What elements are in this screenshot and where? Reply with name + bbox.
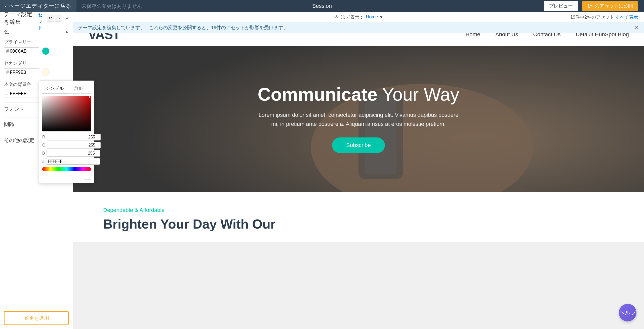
- assets-count: 19件中2件のアセット すべて表示: [570, 14, 638, 20]
- below-hero: Dependable & Affordable Brighten Your Da…: [73, 192, 644, 242]
- main-content: VAST Home About Us Contact Us Default Hu…: [73, 23, 644, 329]
- primary-hash: #: [6, 49, 9, 54]
- preview-button[interactable]: プレビュー: [544, 1, 578, 11]
- other-settings-label: その他の設定: [4, 137, 34, 144]
- gradient-cursor: [89, 96, 91, 98]
- primary-color-input[interactable]: [10, 49, 32, 54]
- hero-title-light: Your Way: [377, 84, 459, 104]
- view-indicator: 👁 次で表示： Home ▾: [335, 14, 382, 20]
- back-button[interactable]: ‹ ページエディターに戻る: [0, 0, 76, 12]
- r-channel-row: R: [42, 134, 91, 140]
- body-bg-hash-wrap: #: [4, 90, 39, 97]
- top-bar-right: プレビュー 1件のアセットに公開: [544, 1, 644, 11]
- color-section-header: 色 ▲: [4, 28, 69, 35]
- secondary-color-field: セカンダリー #: [4, 60, 69, 76]
- subscribe-button[interactable]: Subscribe: [332, 137, 385, 153]
- color-section-chevron[interactable]: ▲: [65, 29, 69, 34]
- hex-row: #: [42, 158, 91, 165]
- notif-message: テーマ設定を編集しています。: [78, 24, 145, 31]
- hero-section: Communicate Your Way Lorem ipsum dolor s…: [73, 46, 644, 192]
- help-button-label: ヘルプ: [619, 309, 636, 316]
- picker-tabs: シンプル 詳細: [42, 84, 91, 94]
- secondary-hash-wrap: #: [4, 68, 39, 76]
- hero-subtitle: Lorem ipsum dolor sit amet, consectetur …: [255, 111, 462, 128]
- below-hero-title: Brighten Your Day With Our: [103, 216, 569, 232]
- b-label: B: [42, 151, 45, 156]
- tab-advanced[interactable]: 詳細: [67, 84, 91, 93]
- back-arrow-icon: ‹: [5, 4, 7, 9]
- home-link[interactable]: Home: [366, 14, 378, 20]
- hero-title: Communicate Your Way: [255, 85, 462, 104]
- sidebar-header: テーマ設定を編集 リセット ↩ ↪ «: [0, 12, 73, 24]
- tab-simple[interactable]: シンプル: [42, 84, 67, 93]
- publish-button[interactable]: 1件のアセットに公開: [582, 1, 638, 11]
- session-title: Session: [312, 3, 332, 9]
- b-channel-row: B: [42, 150, 91, 157]
- secondary-color-swatch[interactable]: [42, 68, 50, 76]
- secondary-color-control: #: [4, 68, 69, 76]
- body-bg-color-input[interactable]: [10, 91, 32, 96]
- color-gradient-picker[interactable]: [42, 96, 91, 131]
- primary-color-field: プライマリー #: [4, 39, 69, 55]
- b-input[interactable]: [47, 150, 100, 157]
- below-hero-subtitle: Dependable & Affordable: [103, 207, 569, 213]
- r-label: R: [42, 135, 45, 139]
- g-label: G: [42, 143, 45, 148]
- color-picker-popup: シンプル 詳細 R G B #: [39, 81, 94, 183]
- unsaved-status: 未保存の変更はありません: [82, 3, 142, 10]
- undo-button[interactable]: ↩: [47, 15, 54, 22]
- top-bar: ‹ ページエディターに戻る 未保存の変更はありません Session プレビュー…: [0, 0, 644, 12]
- secondary-hash: #: [6, 70, 9, 75]
- eye-icon: 👁: [335, 14, 339, 20]
- collapse-button[interactable]: «: [66, 15, 69, 21]
- redo-button[interactable]: ↪: [55, 15, 62, 22]
- r-input[interactable]: [47, 134, 101, 140]
- primary-color-control: #: [4, 47, 69, 55]
- spectrum-bar[interactable]: [42, 167, 91, 171]
- notif-detail: これらの変更を公開すると、19件のアセットが影響を受けます。: [149, 24, 288, 31]
- hero-content: Communicate Your Way Lorem ipsum dolor s…: [245, 85, 472, 153]
- hero-title-bold: Communicate: [258, 84, 377, 104]
- hex-input[interactable]: [46, 158, 100, 165]
- body-bg-hash: #: [6, 91, 9, 96]
- secondary-color-input[interactable]: [10, 70, 32, 75]
- font-section-label: フォント: [4, 106, 24, 113]
- undo-redo-group: ↩ ↪: [47, 15, 62, 22]
- apply-button[interactable]: 変更を適用: [4, 311, 69, 325]
- white-swatch[interactable]: [84, 173, 91, 180]
- g-channel-row: G: [42, 142, 91, 149]
- primary-hash-wrap: #: [4, 47, 39, 55]
- spacing-section-label: 間隔: [4, 121, 14, 128]
- hex-label: #: [42, 159, 45, 164]
- secondary-color-label: セカンダリー: [4, 60, 69, 66]
- primary-color-label: プライマリー: [4, 39, 69, 45]
- color-section-label: 色: [4, 28, 9, 35]
- g-input[interactable]: [47, 142, 101, 149]
- sub-bar: 👁 次で表示： Home ▾ 19件中2件のアセット すべて表示: [73, 12, 644, 22]
- primary-color-swatch[interactable]: [42, 47, 50, 55]
- show-all-link[interactable]: すべて表示: [615, 15, 638, 20]
- notif-close-button[interactable]: ✕: [634, 24, 639, 31]
- help-button[interactable]: ヘルプ: [619, 304, 636, 321]
- sidebar-title: テーマ設定を編集: [4, 11, 37, 26]
- notification-bar: テーマ設定を編集しています。 これらの変更を公開すると、19件のアセットが影響を…: [73, 22, 644, 33]
